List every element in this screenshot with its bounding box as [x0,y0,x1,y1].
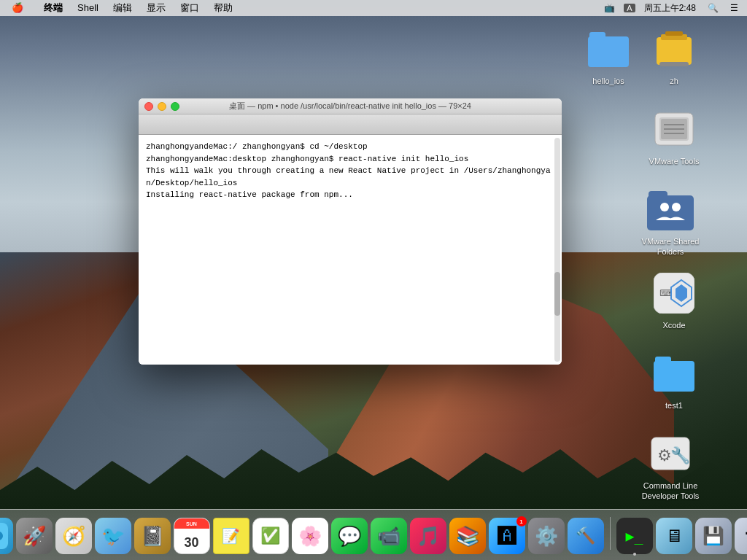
terminal-line-0: zhanghongyandeMac:/ zhanghongyan$ cd ~/d… [146,141,554,153]
dock-trash[interactable]: 🗑 [735,518,748,554]
svg-rect-2 [657,37,692,65]
terminal-toolbar [139,114,562,135]
close-button[interactable] [144,102,153,111]
appstore-badge: 1 [516,516,527,526]
terminal-active-dot [633,553,636,556]
menubar-shell[interactable]: Shell [71,0,104,16]
migration-icon: 💾 [695,518,732,554]
zh-icon-img [651,26,697,72]
desktop-icon-cmdtools[interactable]: ⚙ 🔧 Command LineDeveloper Tools [638,430,703,502]
svg-point-15 [660,203,669,211]
dock-sysprefs[interactable]: ⚙️ [528,518,565,554]
sticky-icon: 📝 [213,518,249,554]
facetime-icon: 📹 [371,518,407,554]
terminal-line-2: This will walk you through creating a ne… [146,165,554,189]
menubar-edit[interactable]: 编辑 [107,0,138,16]
svg-text:⚙: ⚙ [657,446,672,464]
dock-items: 🚀 🧭 🐦 📓 SUN 30 [0,517,747,557]
menubar-help[interactable]: 帮助 [208,0,239,16]
airplay-icon[interactable]: 📺 [601,3,618,13]
test1-label: test1 [662,400,686,411]
desktop-icon-vmware-tools[interactable]: VMware Tools [645,106,703,167]
svg-text:🔧: 🔧 [670,446,691,465]
trash-icon: 🗑 [735,518,748,554]
cmdtools-icon-img: ⚙ 🔧 [647,430,694,477]
terminal-line-1: zhanghongyandeMac:desktop zhanghongyan$ … [146,153,554,166]
dock-messages[interactable]: 💬 [331,518,368,554]
dock-calendar[interactable]: SUN 30 [174,518,210,554]
menubar: 🍎 终端 Shell 编辑 显示 窗口 帮助 📺 A 周五上午2:48 🔍 ☰ [0,0,747,16]
dock-itunes[interactable]: 🎵 [410,518,446,554]
terminal-body[interactable]: zhanghongyandeMac:/ zhanghongyan$ cd ~/d… [139,135,562,365]
launchpad-icon: 🚀 [16,518,53,554]
dock-safari[interactable]: 🧭 [55,518,92,554]
dock-photos[interactable]: 🌸 [292,518,328,554]
desktop: 🍎 终端 Shell 编辑 显示 窗口 帮助 📺 A 周五上午2:48 🔍 ☰ … [0,0,747,560]
desktop-icon-test1[interactable]: test1 [645,350,703,411]
terminal-titlebar: 桌面 — npm • node /usr/local/bin/react-nat… [139,98,562,114]
svg-text:⌨: ⌨ [659,281,672,306]
svg-rect-14 [649,191,667,201]
vmware-tools-label: VMware Tools [646,155,703,167]
terminal-scrollbar[interactable] [554,138,560,362]
desktop-icon-hello-ios[interactable]: hello_ios [579,26,638,87]
zh-label: zh [667,75,681,87]
dock: 🚀 🧭 🐦 📓 SUN 30 [0,509,747,560]
menubar-left: 🍎 终端 Shell 编辑 显示 窗口 帮助 [6,0,601,16]
minimize-button[interactable] [158,102,166,111]
desktop-icon-vmware-shared[interactable]: VMware SharedFolders [638,186,703,258]
dock-terminal2[interactable]: ▶_ [616,518,653,554]
safari-icon: 🧭 [55,518,92,554]
svg-point-16 [672,203,681,211]
traffic-lights [144,102,179,111]
terminal-scrollbar-thumb [554,272,560,316]
terminal-title: 桌面 — npm • node /usr/local/bin/react-nat… [229,101,471,112]
dock-notes[interactable]: 📓 [134,518,171,554]
xcode-icon-img: ⌨ [651,270,697,316]
dock-launchpad[interactable]: 🚀 [16,518,53,554]
svg-rect-5 [659,62,689,66]
vmware-shared-icon-img [645,186,696,233]
calendar-icon: SUN 30 [174,518,210,554]
dock-facetime[interactable]: 📹 [371,518,407,554]
cmdtools-label: Command LineDeveloper Tools [639,480,703,502]
input-method[interactable]: A [624,4,635,12]
test1-icon-img [651,350,697,397]
vmware-shared-label: VMware SharedFolders [639,236,703,258]
appstore-icon: 🅰 1 [489,518,525,554]
dock-reminders[interactable]: ✅ [252,518,289,554]
menubar-window[interactable]: 窗口 [174,0,205,16]
dock-appstore[interactable]: 🅰 1 [489,518,525,554]
svg-rect-23 [655,357,671,365]
desktop-icon-zh[interactable]: zh [645,26,703,87]
menubar-terminal[interactable]: 终端 [38,0,69,16]
apple-menu[interactable]: 🍎 [6,0,29,16]
svg-rect-22 [654,361,694,392]
dock-finder[interactable] [0,518,13,554]
terminal2-icon: ▶_ [616,518,653,554]
dock-unknown1[interactable]: 🖥 [656,518,692,554]
dock-mailbird[interactable]: 🐦 [95,518,131,554]
dock-xcode2[interactable]: 🔨 [568,518,604,554]
svg-rect-1 [589,32,605,41]
dock-sticky[interactable]: 📝 [213,518,249,554]
dock-unknown2[interactable]: 💾 [695,518,732,554]
mailbird-icon: 🐦 [95,518,131,554]
dock-ibooks[interactable]: 📚 [449,518,486,554]
notification-icon[interactable]: ☰ [727,3,741,13]
terminal-line-3: Installing react-native package from npm… [146,189,554,201]
hello-ios-icon-img [585,26,632,72]
screen-sharing-icon: 🖥 [656,518,692,554]
notes-icon: 📓 [134,518,171,554]
finder-icon [0,518,13,554]
menubar-view[interactable]: 显示 [141,0,171,16]
clock: 周五上午2:48 [641,2,699,15]
maximize-button[interactable] [171,102,179,111]
desktop-icon-xcode[interactable]: ⌨ Xcode [645,270,703,331]
spotlight-icon[interactable]: 🔍 [705,3,721,13]
terminal-window: 桌面 — npm • node /usr/local/bin/react-nat… [139,98,562,365]
messages-icon: 💬 [331,518,368,554]
sysprefs-icon: ⚙️ [528,518,565,554]
svg-rect-0 [588,36,629,67]
svg-rect-4 [665,31,683,36]
